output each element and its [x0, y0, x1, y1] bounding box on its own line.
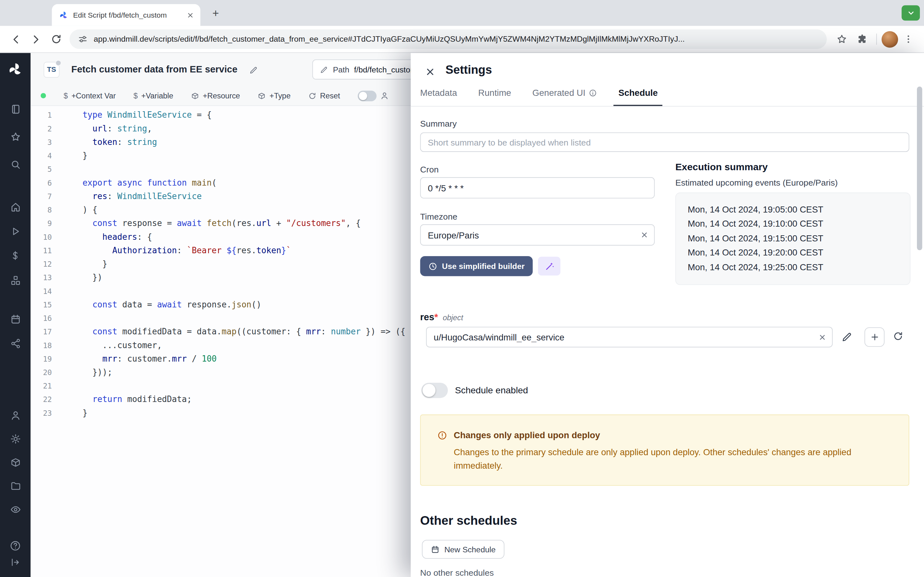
clear-resource-icon[interactable] — [818, 333, 827, 342]
timezone-field — [420, 224, 655, 245]
tab-runtime[interactable]: Runtime — [478, 88, 511, 98]
play-icon[interactable] — [9, 225, 22, 238]
windmill-logo[interactable] — [8, 62, 23, 77]
resource-type: object — [443, 313, 463, 322]
tab-close-icon[interactable] — [186, 11, 194, 19]
add-variable-label: +Variable — [141, 91, 173, 100]
extensions-button[interactable] — [851, 29, 871, 49]
schedule-enabled-row: Schedule enabled — [421, 383, 528, 398]
package-icon — [258, 92, 266, 100]
bookmark-button[interactable] — [832, 29, 851, 49]
dollar-icon[interactable] — [9, 249, 22, 262]
add-context-var-button[interactable]: $ +Context Var — [63, 91, 116, 100]
required-asterisk: * — [435, 312, 438, 322]
app-sidebar — [0, 53, 31, 577]
tab-runtime-label: Runtime — [478, 88, 511, 98]
settings-title: Settings — [446, 63, 492, 77]
reload-icon — [50, 34, 61, 45]
close-settings-button[interactable] — [423, 65, 437, 79]
summary-input[interactable] — [420, 132, 909, 152]
browser-tab[interactable]: Edit Script f/bd/fetch_custom — [52, 4, 200, 26]
calendar-icon — [431, 545, 440, 554]
clear-timezone-icon[interactable] — [640, 230, 649, 239]
resource-field — [426, 327, 833, 347]
help-icon[interactable] — [9, 539, 22, 552]
alert-icon — [437, 430, 447, 440]
timezone-input[interactable] — [420, 224, 655, 245]
user-icon[interactable] — [9, 409, 22, 422]
search-icon[interactable] — [9, 158, 22, 171]
tab-generated-ui[interactable]: Generated UI — [532, 88, 597, 98]
add-type-label: +Type — [270, 91, 291, 100]
reload-button[interactable] — [46, 29, 66, 49]
calendar-icon[interactable] — [9, 313, 22, 326]
boxes-icon[interactable] — [9, 274, 22, 287]
url-text: app.windmill.dev/scripts/edit/f/bd/fetch… — [94, 35, 685, 44]
back-button[interactable] — [6, 29, 26, 49]
toggle-track[interactable] — [358, 90, 376, 101]
assistant-toggle[interactable] — [358, 90, 389, 101]
folder-icon[interactable] — [9, 479, 22, 492]
package-icon[interactable] — [9, 456, 22, 469]
home-icon[interactable] — [9, 200, 22, 213]
forward-icon — [30, 33, 42, 45]
new-tab-button[interactable]: + — [208, 5, 224, 22]
forward-button[interactable] — [26, 29, 46, 49]
profile-avatar[interactable] — [882, 31, 898, 47]
ai-wand-button[interactable] — [538, 257, 561, 276]
clock-icon — [428, 261, 437, 271]
share-icon[interactable] — [9, 337, 22, 350]
timezone-label: Timezone — [420, 212, 457, 221]
tabs-divider — [411, 106, 924, 107]
no-other-schedules-text: No other schedules — [420, 568, 494, 577]
edit-title-icon[interactable] — [249, 65, 258, 74]
plus-icon — [870, 333, 879, 342]
user-icon — [380, 91, 389, 100]
tab-metadata[interactable]: Metadata — [420, 88, 457, 98]
schedule-enabled-toggle[interactable] — [421, 383, 448, 398]
settings-panel: Settings Metadata Runtime Generated UI S… — [411, 53, 924, 577]
browser-tabstrip: Edit Script f/bd/fetch_custom + — [0, 0, 924, 26]
simplified-builder-button[interactable]: Use simplified builder — [420, 256, 533, 276]
add-type-button[interactable]: +Type — [258, 91, 290, 100]
warning-body: Changes to the primary schedule are only… — [454, 446, 895, 472]
downloads-button[interactable] — [901, 5, 920, 21]
new-schedule-button[interactable]: New Schedule — [422, 540, 504, 559]
screen: Edit Script f/bd/fetch_custom + app.wind… — [0, 0, 924, 577]
kebab-menu-icon — [903, 34, 913, 44]
back-icon — [10, 33, 22, 45]
reset-button[interactable]: Reset — [309, 91, 340, 100]
typescript-badge: TS — [44, 61, 60, 77]
gear-icon[interactable] — [9, 432, 22, 445]
reset-icon — [309, 92, 317, 100]
settings-tabs: Metadata Runtime Generated UI Schedule — [420, 88, 658, 98]
panel-scrollbar[interactable] — [917, 87, 922, 250]
close-icon — [425, 67, 435, 77]
new-schedule-label: New Schedule — [444, 545, 496, 554]
tab-schedule-label: Schedule — [619, 88, 658, 98]
add-resource-button[interactable]: +Resource — [191, 91, 240, 100]
pencil-icon — [842, 331, 853, 342]
resource-input[interactable] — [426, 327, 833, 347]
deploy-warning: Changes only applied upon deploy Changes… — [420, 414, 909, 486]
other-schedules-title: Other schedules — [420, 514, 517, 528]
browser-toolbar: app.windmill.dev/scripts/edit/f/bd/fetch… — [0, 26, 924, 53]
edit-resource-button[interactable] — [842, 331, 853, 342]
tab-schedule[interactable]: Schedule — [619, 88, 658, 98]
chevron-down-icon — [907, 9, 915, 17]
cron-input[interactable] — [420, 177, 655, 198]
package-icon — [191, 92, 199, 100]
notebook-icon[interactable] — [9, 103, 22, 115]
site-settings-icon[interactable] — [78, 34, 87, 44]
collapse-arrow-icon[interactable] — [9, 556, 22, 569]
add-resource-value-button[interactable] — [864, 327, 884, 347]
add-variable-button[interactable]: $ +Variable — [134, 91, 173, 100]
refresh-resource-button[interactable] — [893, 331, 903, 342]
toolbar-divider — [876, 34, 877, 45]
browser-menu-button[interactable] — [898, 29, 918, 49]
address-bar[interactable]: app.windmill.dev/scripts/edit/f/bd/fetch… — [69, 29, 827, 49]
star-icon[interactable] — [9, 130, 22, 143]
eye-icon[interactable] — [9, 503, 22, 516]
resource-name: res* — [420, 312, 438, 322]
dollar-icon: $ — [134, 91, 137, 100]
